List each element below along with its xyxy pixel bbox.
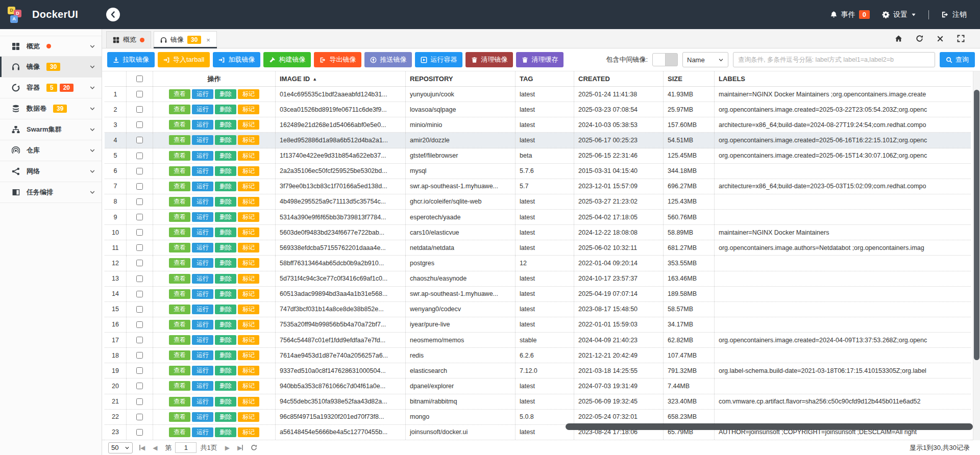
row-action-删除[interactable]: 删除 [215, 120, 236, 130]
toolbar-button-构建镜像[interactable]: 构建镜像 [263, 52, 311, 67]
header-size[interactable]: SIZE [664, 71, 715, 86]
row-action-查看[interactable]: 查看 [169, 212, 190, 222]
row-checkbox[interactable] [136, 260, 143, 266]
search-input[interactable] [733, 52, 935, 67]
row-action-删除[interactable]: 删除 [215, 320, 236, 330]
row-action-查看[interactable]: 查看 [169, 105, 190, 114]
row-action-运行[interactable]: 运行 [192, 412, 213, 422]
sidebar-collapse-button[interactable] [106, 8, 120, 21]
row-checkbox[interactable] [136, 244, 143, 251]
row-action-运行[interactable]: 运行 [192, 228, 213, 237]
row-action-标记[interactable]: 标记 [238, 212, 259, 222]
row-action-查看[interactable]: 查看 [169, 182, 190, 191]
page-number-input[interactable] [175, 442, 197, 453]
row-action-标记[interactable]: 标记 [238, 289, 259, 299]
row-action-查看[interactable]: 查看 [169, 243, 190, 252]
row-action-运行[interactable]: 运行 [192, 320, 213, 330]
row-action-删除[interactable]: 删除 [215, 366, 236, 375]
row-action-标记[interactable]: 标记 [238, 350, 259, 360]
row-action-查看[interactable]: 查看 [169, 120, 190, 130]
row-action-运行[interactable]: 运行 [192, 166, 213, 176]
row-action-标记[interactable]: 标记 [238, 381, 259, 391]
home-icon[interactable] [895, 35, 902, 42]
row-action-运行[interactable]: 运行 [192, 289, 213, 299]
row-checkbox[interactable] [136, 214, 143, 220]
logout-button[interactable]: 注销 [941, 10, 967, 19]
toolbar-button-推送镜像[interactable]: 推送镜像 [364, 52, 412, 67]
search-button[interactable]: 查询 [940, 52, 975, 67]
row-action-删除[interactable]: 删除 [215, 350, 236, 360]
row-action-删除[interactable]: 删除 [215, 151, 236, 161]
row-action-运行[interactable]: 运行 [192, 105, 213, 114]
sidebar-item-镜像[interactable]: 镜像 30 [0, 57, 102, 78]
row-checkbox[interactable] [136, 183, 143, 190]
header-labels[interactable]: LABELS [715, 71, 971, 86]
row-checkbox[interactable] [136, 168, 143, 174]
header-tag[interactable]: TAG [516, 71, 574, 86]
row-action-标记[interactable]: 标记 [238, 274, 259, 284]
row-action-运行[interactable]: 运行 [192, 397, 213, 407]
page-size-select[interactable]: 50 [108, 442, 133, 453]
row-action-运行[interactable]: 运行 [192, 381, 213, 391]
toolbar-button-导出镜像[interactable]: 导出镜像 [314, 52, 361, 67]
row-action-标记[interactable]: 标记 [238, 243, 259, 252]
row-action-标记[interactable]: 标记 [238, 120, 259, 130]
tab-images[interactable]: 镜像 30 × [154, 31, 217, 48]
header-image-id[interactable]: IMAGE ID ▲ [276, 71, 406, 86]
refresh-icon[interactable] [916, 35, 923, 42]
row-action-运行[interactable]: 运行 [192, 258, 213, 268]
row-checkbox[interactable] [136, 137, 143, 143]
sidebar-item-容器[interactable]: 容器 520 [0, 78, 102, 98]
row-checkbox[interactable] [136, 198, 143, 205]
row-action-标记[interactable]: 标记 [238, 305, 259, 314]
row-action-标记[interactable]: 标记 [238, 366, 259, 375]
row-action-标记[interactable]: 标记 [238, 427, 259, 437]
row-action-删除[interactable]: 删除 [215, 427, 236, 437]
row-action-标记[interactable]: 标记 [238, 397, 259, 407]
row-action-标记[interactable]: 标记 [238, 135, 259, 145]
row-action-查看[interactable]: 查看 [169, 305, 190, 314]
row-action-删除[interactable]: 删除 [215, 89, 236, 99]
prev-page-button[interactable]: ◀ [153, 444, 157, 451]
row-checkbox[interactable] [136, 398, 143, 405]
row-checkbox[interactable] [136, 352, 143, 359]
toolbar-button-运行容器[interactable]: 运行容器 [415, 52, 462, 67]
row-action-删除[interactable]: 删除 [215, 197, 236, 207]
row-action-删除[interactable]: 删除 [215, 274, 236, 284]
row-checkbox[interactable] [136, 153, 143, 159]
sidebar-item-任务编排[interactable]: 任务编排 [0, 182, 102, 203]
row-action-查看[interactable]: 查看 [169, 427, 190, 437]
sidebar-item-仓库[interactable]: 仓库 [0, 140, 102, 161]
row-action-删除[interactable]: 删除 [215, 105, 236, 114]
row-action-查看[interactable]: 查看 [169, 274, 190, 284]
next-page-button[interactable]: ▶ [225, 444, 230, 451]
sidebar-item-网络[interactable]: 网络 [0, 161, 102, 182]
header-repository[interactable]: REPOSITORY [406, 71, 516, 86]
row-action-查看[interactable]: 查看 [169, 335, 190, 345]
row-action-查看[interactable]: 查看 [169, 197, 190, 207]
row-checkbox[interactable] [136, 337, 143, 343]
horizontal-scrollbar-thumb[interactable] [566, 423, 973, 430]
toolbar-button-拉取镜像[interactable]: 拉取镜像 [107, 52, 155, 67]
intermediate-images-toggle[interactable] [652, 53, 678, 66]
row-action-运行[interactable]: 运行 [192, 305, 213, 314]
last-page-button[interactable]: ▶ [237, 444, 243, 451]
row-checkbox[interactable] [136, 229, 143, 236]
row-checkbox[interactable] [136, 383, 143, 389]
row-action-运行[interactable]: 运行 [192, 335, 213, 345]
close-tab-icon[interactable]: × [206, 36, 210, 44]
tab-overview[interactable]: 概览 [106, 31, 151, 48]
refresh-table-icon[interactable] [251, 444, 257, 451]
row-action-运行[interactable]: 运行 [192, 182, 213, 191]
row-action-查看[interactable]: 查看 [169, 320, 190, 330]
row-checkbox[interactable] [136, 414, 143, 420]
row-checkbox[interactable] [136, 429, 143, 436]
row-action-标记[interactable]: 标记 [238, 89, 259, 99]
row-action-标记[interactable]: 标记 [238, 151, 259, 161]
row-action-删除[interactable]: 删除 [215, 243, 236, 252]
toolbar-button-清理缓存[interactable]: 清理缓存 [516, 52, 564, 67]
row-action-标记[interactable]: 标记 [238, 412, 259, 422]
row-action-运行[interactable]: 运行 [192, 366, 213, 375]
row-action-删除[interactable]: 删除 [215, 182, 236, 191]
row-action-查看[interactable]: 查看 [169, 366, 190, 375]
